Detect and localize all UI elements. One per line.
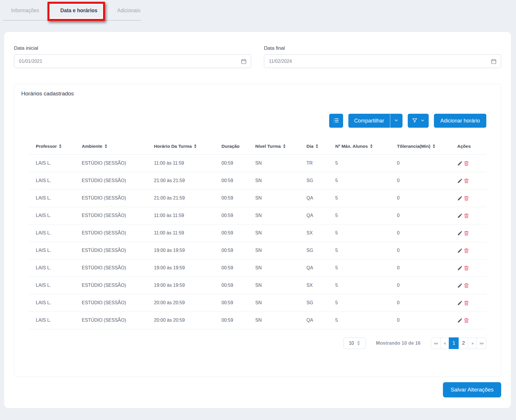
table-row: LAIS L. ESTÚDIO (SESSÃO) 11:00 às 11:59 …: [29, 224, 486, 242]
cell-nivel: SN: [248, 154, 299, 172]
table-row: LAIS L. ESTÚDIO (SESSÃO) 21:00 às 21:59 …: [29, 172, 486, 189]
column-header-horario[interactable]: Horário Da Turma: [147, 138, 214, 154]
edit-pencil-icon[interactable]: [457, 283, 463, 288]
pagination-summary: Mostrando 10 de 16: [376, 341, 421, 346]
cell-duracao: 00:59: [214, 242, 248, 259]
cell-acoes: [450, 294, 486, 312]
cell-max-alunos: 5: [328, 224, 390, 242]
edit-pencil-icon[interactable]: [457, 178, 463, 184]
trash-icon[interactable]: [464, 213, 469, 218]
cell-dia: SG: [299, 294, 328, 312]
edit-pencil-icon[interactable]: [457, 318, 463, 323]
calendar-icon[interactable]: [241, 58, 247, 66]
edit-pencil-icon[interactable]: [457, 248, 463, 253]
cell-professor: LAIS L.: [29, 294, 75, 312]
list-view-button[interactable]: [329, 114, 343, 128]
trash-icon[interactable]: [464, 195, 469, 201]
trash-icon[interactable]: [464, 265, 469, 271]
column-header-nivel[interactable]: Nível Turma: [248, 138, 299, 154]
cell-dia: QA: [299, 189, 328, 207]
share-dropdown-toggle[interactable]: [390, 118, 402, 123]
sort-arrows-icon: [433, 144, 435, 148]
edit-pencil-icon[interactable]: [457, 195, 463, 201]
cell-horario: 11:00 às 11:59: [147, 207, 214, 224]
cell-professor: LAIS L.: [29, 154, 75, 172]
column-header-duracao: Duração: [214, 138, 248, 154]
trash-icon[interactable]: [464, 283, 469, 288]
edit-pencil-icon[interactable]: [457, 161, 463, 166]
page-size-select[interactable]: 10: [343, 337, 366, 349]
start-date-input[interactable]: 01/01/2021: [14, 54, 251, 68]
chevron-down-icon: [394, 118, 398, 123]
sort-arrows-icon: [283, 144, 286, 148]
filter-button[interactable]: [408, 114, 429, 128]
cell-ambiente: ESTÚDIO (SESSÃO): [75, 259, 147, 277]
table-row: LAIS L. ESTÚDIO (SESSÃO) 20:00 às 20:59 …: [29, 312, 486, 329]
sort-arrows-icon: [316, 144, 318, 148]
tab-adicionais[interactable]: Adicionais: [117, 8, 141, 14]
calendar-icon[interactable]: [491, 58, 497, 66]
schedules-table: Professor Ambiente Horário Da Turma Dura…: [29, 138, 486, 329]
cell-ambiente: ESTÚDIO (SESSÃO): [75, 207, 147, 224]
tab-informacoes[interactable]: Informações: [11, 8, 39, 14]
save-button[interactable]: Salvar Alterações: [443, 382, 501, 397]
trash-icon[interactable]: [464, 161, 469, 166]
trash-icon[interactable]: [464, 178, 469, 184]
cell-professor: LAIS L.: [29, 189, 75, 207]
pagination-bar: 10 Mostrando 10 de 16 «« « 1 2 » »»: [29, 337, 486, 349]
edit-pencil-icon[interactable]: [457, 230, 463, 236]
pager-last-button[interactable]: »»: [476, 337, 486, 349]
cell-duracao: 00:59: [214, 189, 248, 207]
cell-tolerancia: 0: [390, 242, 450, 259]
cell-dia: QA: [299, 259, 328, 277]
sort-arrows-icon: [370, 144, 373, 148]
column-header-acoes: Ações: [450, 138, 486, 154]
column-header-tolerancia[interactable]: Tôlerancia(Min): [390, 138, 450, 154]
cell-dia: SX: [299, 277, 328, 294]
schedule-table-body: LAIS L. ESTÚDIO (SESSÃO) 11:00 às 11:59 …: [29, 154, 486, 329]
pager-first-button[interactable]: ««: [431, 337, 441, 349]
tab-data-e-horarios[interactable]: Data e horários: [60, 8, 97, 14]
column-header-dia[interactable]: Dia: [299, 138, 328, 154]
share-button[interactable]: Compartilhar: [348, 114, 402, 128]
pager-prev-button[interactable]: «: [440, 337, 449, 349]
cell-horario: 19:00 às 19:59: [147, 259, 214, 277]
cell-horario: 20:00 às 20:59: [147, 294, 214, 312]
sort-arrows-icon: [194, 144, 196, 148]
end-date-input[interactable]: 11/02/2024: [264, 54, 501, 68]
table-row: LAIS L. ESTÚDIO (SESSÃO) 20:00 às 20:59 …: [29, 294, 486, 312]
cell-tolerancia: 0: [390, 224, 450, 242]
cell-professor: LAIS L.: [29, 172, 75, 189]
cell-tolerancia: 0: [390, 154, 450, 172]
trash-icon[interactable]: [464, 248, 469, 253]
cell-acoes: [450, 312, 486, 329]
column-header-max-alunos[interactable]: Nº Máx. Alunos: [328, 138, 390, 154]
cell-duracao: 00:59: [214, 172, 248, 189]
column-header-professor[interactable]: Professor: [29, 138, 75, 154]
tab-bar: Informações Data e horários Adicionais: [0, 0, 516, 21]
edit-pencil-icon[interactable]: [457, 300, 463, 306]
trash-icon[interactable]: [464, 230, 469, 236]
edit-pencil-icon[interactable]: [457, 213, 463, 218]
cell-dia: SX: [299, 224, 328, 242]
add-schedule-button[interactable]: Adicionar horário: [434, 114, 486, 128]
cell-duracao: 00:59: [214, 312, 248, 329]
pager-next-button[interactable]: »: [468, 337, 477, 349]
end-date-field: Data final 11/02/2024: [264, 45, 501, 68]
page: Informações Data e horários Adicionais D…: [0, 0, 516, 420]
trash-icon[interactable]: [464, 300, 469, 306]
column-header-ambiente[interactable]: Ambiente: [75, 138, 147, 154]
cell-nivel: SN: [248, 312, 299, 329]
cell-nivel: SN: [248, 294, 299, 312]
cell-tolerancia: 0: [390, 207, 450, 224]
cell-nivel: SN: [248, 189, 299, 207]
sort-arrows-icon: [105, 144, 107, 148]
sort-arrows-icon: [59, 144, 61, 148]
pager-page-1[interactable]: 1: [449, 337, 459, 349]
edit-pencil-icon[interactable]: [457, 265, 463, 271]
cell-tolerancia: 0: [390, 277, 450, 294]
trash-icon[interactable]: [464, 318, 469, 323]
cell-max-alunos: 5: [328, 259, 390, 277]
table-row: LAIS L. ESTÚDIO (SESSÃO) 19:00 às 19:59 …: [29, 242, 486, 259]
pager-page-2[interactable]: 2: [458, 337, 468, 349]
